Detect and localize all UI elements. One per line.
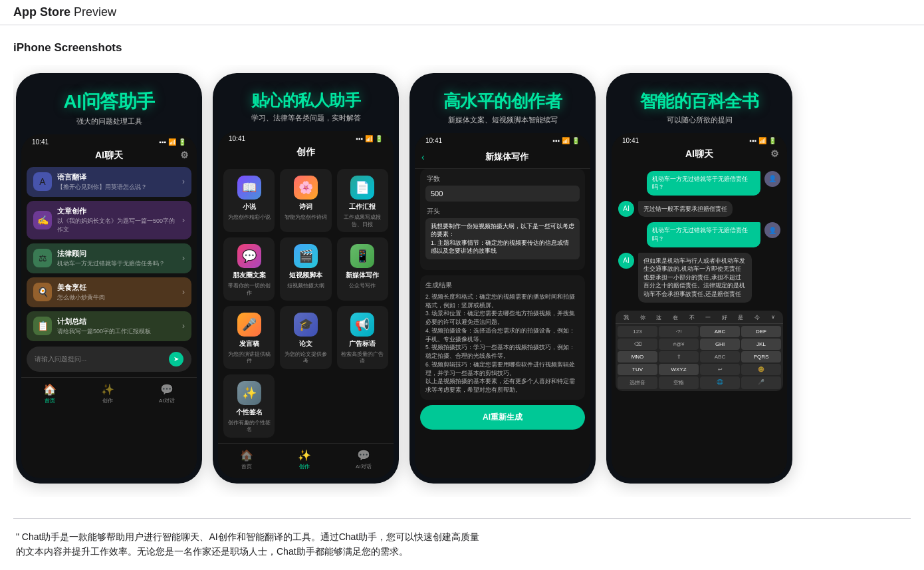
creation-speech[interactable]: 🎤 发言稿 为您的演讲提供稿件 (223, 306, 275, 369)
suggestion-3[interactable]: 这 (656, 314, 661, 321)
creation-report[interactable]: 📄 工作汇报 工作成果写成报告、日报 (337, 169, 388, 232)
creation-short[interactable]: 🎬 短视频脚本 短视频拍摄大纲 (280, 237, 331, 301)
menu-item-law[interactable]: ⚖ 法律顾问 机动车一方无过错就等于无赔偿任务吗？ › (27, 243, 191, 273)
key-ghi[interactable]: GHI (700, 339, 740, 350)
send-button-1[interactable]: ➤ (169, 352, 183, 366)
screenshots-scroll[interactable]: AI问答助手 强大的问题处理工具 10:41 ▪▪▪ 📶 🔋 AI聊天 (13, 65, 911, 497)
menu-text-translate: 语言翻译 【撸开心见到你】用英语怎么说？ (57, 172, 177, 192)
menu-desc-writing: 以《我的妈妈长文名》为题写一篇一500字的作文 (57, 217, 177, 234)
suggestion-7[interactable]: 好 (722, 314, 727, 321)
menu-desc-law: 机动车一方无过错就等于无赔偿任务吗？ (57, 259, 177, 268)
phone2-inner: 10:41 ▪▪▪ 📶 🔋 创作 📖 小说 (218, 131, 394, 478)
card1-sub-title: 强大的问题处理工具 (27, 116, 191, 126)
keyboard-suggestions: 我 你 这 在 不 一 好 是 今 ∨ (616, 311, 783, 324)
key-def[interactable]: DEF (741, 326, 781, 337)
nav-chat-2[interactable]: 💬 AI对话 (356, 449, 372, 470)
card1-main-title: AI问答助手 (27, 92, 191, 112)
creation-novel[interactable]: 📖 小说 为您创作精彩小说 (223, 169, 275, 232)
suggestion-5[interactable]: 不 (689, 314, 695, 321)
wifi-icon-2: 📶 (365, 135, 373, 142)
user-bubble-2: 机动车一方无过错就等于无赔偿责任吗？ (647, 222, 760, 247)
novel-desc: 为您创作精彩小说 (228, 214, 271, 221)
suggestion-8[interactable]: 是 (738, 314, 743, 321)
menu-text-law: 法律顾问 机动车一方无过错就等于无赔偿任务吗？ (57, 249, 177, 268)
nav-chat-1[interactable]: 💬 AI对话 (159, 383, 175, 404)
creation-thesis[interactable]: 🎓 论文 为您的论文提供参考 (280, 306, 331, 369)
key-abc2[interactable]: ABC (700, 351, 740, 362)
suggestion-2[interactable]: 你 (640, 314, 645, 321)
personal-desc: 创作有趣的个性签名 (227, 420, 271, 434)
chat-bubbles-4: 👤 机动车一方无过错就等于无赔偿责任吗？ AI 无过错一般不需要承担赔偿责任 👤… (612, 166, 787, 308)
creation-friend[interactable]: 💬 朋友圈文案 带着你的一切的创作 (223, 237, 275, 301)
keyboard-rows-4: 123 ·?! ABC DEF ⌫ #@¥ GHI JKL MNO ⇧ ABC … (616, 324, 783, 391)
friend-desc: 带着你的一切的创作 (227, 283, 271, 297)
creation-poem[interactable]: 🌸 诗词 智能为您创作诗词 (280, 169, 331, 232)
nav-create-1[interactable]: ✨ 创作 (101, 383, 114, 404)
nav-create-2[interactable]: ✨ 创作 (298, 449, 311, 470)
suggestion-9[interactable]: 今 (754, 314, 760, 321)
key-pqrs[interactable]: PQRS (741, 351, 781, 362)
menu-desc-plan: 请给我写一篇500字的工作汇报模板 (57, 327, 177, 336)
key-123[interactable]: 123 (618, 326, 657, 337)
creation-ad[interactable]: 📢 广告标语 检索高质量的广告语 (337, 306, 388, 369)
create-icon-2: ✨ (298, 449, 311, 462)
menu-list-1: A 语言翻译 【撸开心见到你】用英语怎么说？ › ✍ 文章创作 以《我的妈 (21, 167, 197, 341)
novel-title: 小说 (243, 202, 256, 212)
signal-icon-3: ▪▪▪ (552, 137, 560, 144)
key-tuv[interactable]: TUV (618, 364, 657, 375)
form-value-start[interactable]: 我想要制作一份短视频拍摄大纲，以下是一些可以考虑的要素：1. 主题和故事情节：确… (425, 218, 580, 259)
key-jkl[interactable]: JKL (741, 339, 781, 350)
friend-icon: 💬 (237, 244, 261, 268)
nav-home-2[interactable]: 🏠 首页 (240, 449, 253, 470)
user-bubble-1: 机动车一方无过错就等于无赔偿责任吗？ (647, 171, 760, 196)
key-mic[interactable]: 🎤 (741, 376, 781, 389)
key-pinyin[interactable]: 选拼音 (618, 376, 657, 389)
key-globe[interactable]: 🌐 (700, 376, 740, 389)
menu-item-plan[interactable]: 📋 计划总结 请给我写一篇500字的工作汇报模板 › (27, 311, 191, 341)
key-symbol[interactable]: #@¥ (659, 339, 699, 350)
menu-icon-translate: A (33, 172, 52, 191)
result-area-3: 生成结果 2. 视频长度和格式：确定您的视频需要的播放时间和拍摄格式，例如：竖屏… (420, 275, 585, 400)
key-wxyz[interactable]: WXYZ (659, 364, 699, 375)
app-store-label: App Store (13, 5, 70, 19)
suggestion-4[interactable]: 在 (673, 314, 678, 321)
suggestion-6[interactable]: 一 (705, 314, 711, 321)
menu-item-cooking[interactable]: 🍳 美食烹饪 怎么做小炒黄牛肉 › (27, 277, 191, 307)
back-icon-3[interactable]: ‹ (421, 152, 425, 162)
key-emoji[interactable]: 😊 (741, 364, 781, 375)
key-shift[interactable]: ⇧ (659, 351, 699, 362)
key-delete[interactable]: ⌫ (618, 339, 657, 350)
chevron-icon-translate: › (182, 177, 185, 186)
personal-icon: ✨ (237, 381, 261, 405)
suggestion-1[interactable]: 我 (624, 314, 629, 321)
key-mno[interactable]: MNO (618, 351, 657, 362)
ai-avatar-2: AI (618, 253, 634, 269)
nav-home-1[interactable]: 🏠 首页 (43, 383, 57, 404)
regenerate-button[interactable]: AI重新生成 (420, 405, 585, 430)
creation-personal[interactable]: ✨ 个性签名 创作有趣的个性签名 (223, 374, 275, 438)
suggestion-expand[interactable]: ∨ (771, 314, 775, 321)
gear-icon-1[interactable]: ⚙ (180, 150, 189, 160)
key-punct[interactable]: ·?! (659, 326, 699, 337)
key-abc[interactable]: ABC (700, 326, 740, 337)
time-3: 10:41 (425, 137, 442, 144)
phone3-inner: 10:41 ▪▪▪ 📶 🔋 ‹ 新媒体写作 字数 500 (415, 133, 590, 478)
key-space[interactable]: 空格 (659, 376, 699, 389)
key-return[interactable]: ↩ (700, 364, 740, 375)
time-1: 10:41 (32, 138, 49, 146)
form-value-chars[interactable]: 500 (425, 186, 580, 202)
thesis-icon: 🎓 (294, 313, 318, 337)
nav-home-label-1: 首页 (45, 397, 55, 404)
menu-item-writing[interactable]: ✍ 文章创作 以《我的妈妈长文名》为题写一篇一500字的作文 › (27, 201, 191, 239)
nav-create-label-1: 创作 (102, 397, 113, 404)
menu-item-translate[interactable]: A 语言翻译 【撸开心见到你】用英语怎么说？ › (27, 167, 191, 197)
gear-icon-4[interactable]: ⚙ (770, 148, 779, 159)
chevron-icon-law: › (182, 253, 185, 263)
creation-newmedia[interactable]: 📱 新媒体写作 公众号写作 (337, 237, 388, 301)
card4-hero: 智能的百科全书 可以随心所欲的提问 (606, 73, 792, 133)
poem-desc: 智能为您创作诗词 (285, 214, 327, 221)
battery-icon-4: 🔋 (768, 137, 776, 144)
signal-icon-4: ▪▪▪ (749, 137, 756, 144)
screenshots-row: AI问答助手 强大的问题处理工具 10:41 ▪▪▪ 📶 🔋 AI聊天 (13, 65, 911, 492)
chat-input-1[interactable]: 请输入问题提问... ➤ (27, 347, 191, 372)
